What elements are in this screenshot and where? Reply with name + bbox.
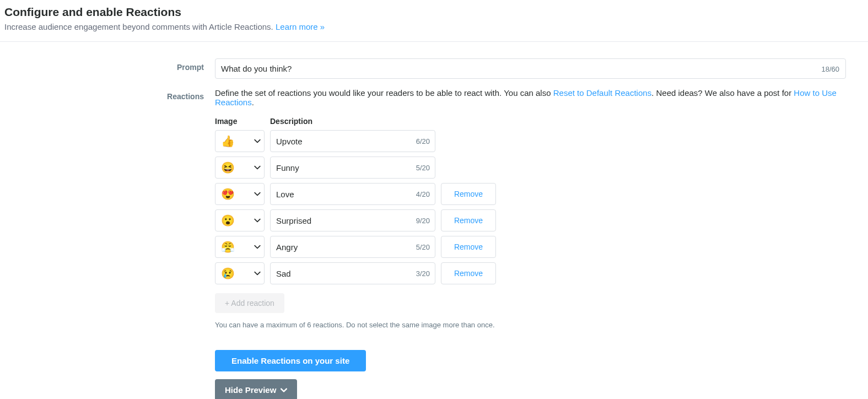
intro-text-2: . Need ideas? We also have a post for bbox=[651, 88, 794, 98]
chevron-down-icon bbox=[254, 218, 261, 223]
subtitle-text: Increase audience engagement beyond comm… bbox=[4, 22, 276, 31]
reaction-desc-wrap: 4/20 bbox=[270, 183, 435, 205]
reaction-emoji: 😍 bbox=[221, 187, 235, 201]
reaction-table-header: Image Description bbox=[215, 117, 857, 126]
chevron-down-icon bbox=[281, 385, 287, 395]
reactions-label: Reactions bbox=[0, 88, 215, 101]
reaction-row: 😮9/20Remove bbox=[215, 209, 857, 231]
prompt-row: Prompt 18/60 bbox=[0, 58, 868, 79]
reaction-description-input[interactable] bbox=[270, 236, 435, 258]
chevron-down-icon bbox=[254, 165, 261, 170]
chevron-down-icon bbox=[254, 245, 261, 249]
remove-reaction-button[interactable]: Remove bbox=[441, 209, 496, 231]
reaction-image-selector[interactable]: 😍 bbox=[215, 183, 265, 205]
page-title: Configure and enable Reactions bbox=[4, 6, 864, 19]
reaction-desc-wrap: 3/20 bbox=[270, 262, 435, 284]
reaction-desc-count: 3/20 bbox=[416, 269, 430, 278]
col-header-image: Image bbox=[215, 117, 265, 126]
reaction-image-selector[interactable]: 😆 bbox=[215, 157, 265, 179]
reaction-image-selector[interactable]: 😢 bbox=[215, 262, 265, 284]
reaction-row: 😆5/20 bbox=[215, 157, 857, 179]
reaction-desc-count: 5/20 bbox=[416, 243, 430, 251]
reaction-emoji: 😮 bbox=[221, 214, 235, 227]
reaction-image-selector[interactable]: 😤 bbox=[215, 236, 265, 258]
reaction-emoji: 😢 bbox=[221, 267, 235, 280]
col-header-description: Description bbox=[270, 117, 435, 126]
prompt-input[interactable] bbox=[215, 58, 846, 79]
chevron-down-icon bbox=[254, 139, 261, 143]
reactions-help-text: You can have a maximum of 6 reactions. D… bbox=[215, 321, 857, 329]
reaction-row: 😍4/20Remove bbox=[215, 183, 857, 205]
reaction-desc-count: 9/20 bbox=[416, 217, 430, 225]
intro-text-1: Define the set of reactions you would li… bbox=[215, 88, 553, 98]
reaction-image-selector[interactable]: 👍 bbox=[215, 130, 265, 152]
page-header: Configure and enable Reactions Increase … bbox=[0, 0, 868, 42]
reaction-desc-wrap: 9/20 bbox=[270, 209, 435, 231]
remove-reaction-button[interactable]: Remove bbox=[441, 262, 496, 284]
reaction-desc-wrap: 6/20 bbox=[270, 130, 435, 152]
reaction-description-input[interactable] bbox=[270, 130, 435, 152]
reaction-row: 👍6/20 bbox=[215, 130, 857, 152]
remove-reaction-button[interactable]: Remove bbox=[441, 183, 496, 205]
reaction-description-input[interactable] bbox=[270, 157, 435, 179]
reactions-row: Reactions Define the set of reactions yo… bbox=[0, 88, 868, 399]
hide-preview-button[interactable]: Hide Preview bbox=[215, 379, 297, 399]
reaction-desc-count: 4/20 bbox=[416, 190, 430, 198]
reaction-emoji: 👍 bbox=[221, 134, 235, 148]
hide-preview-label: Hide Preview bbox=[225, 385, 276, 395]
reaction-image-selector[interactable]: 😮 bbox=[215, 209, 265, 231]
reset-default-link[interactable]: Reset to Default Reactions bbox=[553, 88, 651, 98]
reaction-desc-count: 6/20 bbox=[416, 137, 430, 145]
reaction-desc-wrap: 5/20 bbox=[270, 157, 435, 179]
learn-more-link[interactable]: Learn more » bbox=[276, 22, 325, 31]
reaction-emoji: 😆 bbox=[221, 161, 235, 174]
reaction-row: 😤5/20Remove bbox=[215, 236, 857, 258]
reaction-desc-wrap: 5/20 bbox=[270, 236, 435, 258]
reaction-emoji: 😤 bbox=[221, 240, 235, 254]
reaction-description-input[interactable] bbox=[270, 209, 435, 231]
reaction-description-input[interactable] bbox=[270, 183, 435, 205]
intro-text-3: . bbox=[252, 98, 254, 107]
enable-reactions-button[interactable]: Enable Reactions on your site bbox=[215, 350, 366, 371]
reaction-description-input[interactable] bbox=[270, 262, 435, 284]
add-reaction-button: + Add reaction bbox=[215, 293, 284, 313]
chevron-down-icon bbox=[254, 192, 261, 196]
reactions-intro: Define the set of reactions you would li… bbox=[215, 88, 857, 107]
reaction-row: 😢3/20Remove bbox=[215, 262, 857, 284]
reaction-desc-count: 5/20 bbox=[416, 164, 430, 172]
prompt-char-count: 18/60 bbox=[821, 64, 839, 73]
reaction-list: 👍6/20😆5/20😍4/20Remove😮9/20Remove😤5/20Rem… bbox=[215, 130, 857, 284]
prompt-label: Prompt bbox=[0, 58, 215, 72]
content: Prompt 18/60 Reactions Define the set of… bbox=[0, 42, 868, 399]
page-subtitle: Increase audience engagement beyond comm… bbox=[4, 22, 864, 31]
chevron-down-icon bbox=[254, 271, 261, 276]
remove-reaction-button[interactable]: Remove bbox=[441, 236, 496, 258]
